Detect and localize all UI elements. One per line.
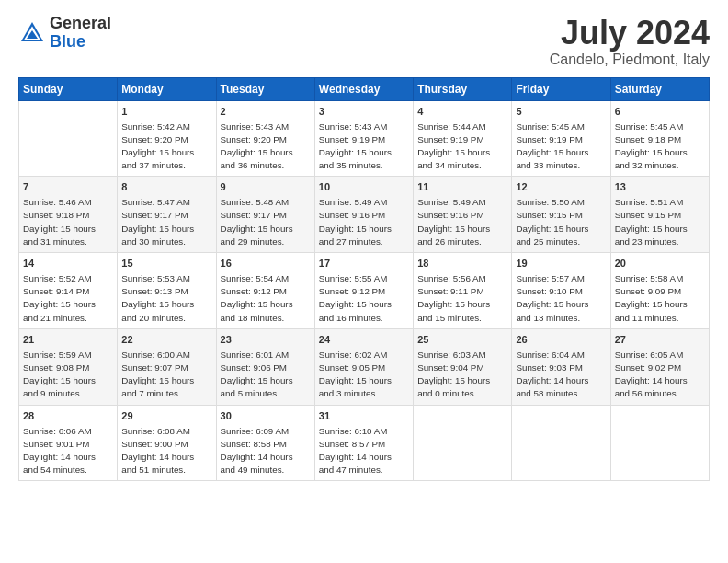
day-cell: 5Sunrise: 5:45 AM Sunset: 9:19 PM Daylig… [512,100,610,177]
day-number: 27 [615,333,705,348]
logo-text: General Blue [50,15,111,52]
day-info: Sunrise: 5:43 AM Sunset: 9:19 PM Dayligh… [319,121,409,173]
col-header-wednesday: Wednesday [314,77,413,100]
day-number: 13 [615,180,705,195]
logo-general-text: General [50,15,111,33]
day-cell: 18Sunrise: 5:56 AM Sunset: 9:11 PM Dayli… [414,253,512,329]
day-cell: 30Sunrise: 6:09 AM Sunset: 8:58 PM Dayli… [216,405,314,481]
week-row-3: 14Sunrise: 5:52 AM Sunset: 9:14 PM Dayli… [19,253,710,329]
day-info: Sunrise: 5:57 AM Sunset: 9:10 PM Dayligh… [516,272,606,325]
day-cell: 9Sunrise: 5:48 AM Sunset: 9:17 PM Daylig… [216,177,314,253]
day-info: Sunrise: 6:09 AM Sunset: 8:58 PM Dayligh… [221,425,311,477]
col-header-tuesday: Tuesday [216,77,314,100]
day-number: 29 [121,409,211,424]
day-cell: 6Sunrise: 5:45 AM Sunset: 9:18 PM Daylig… [610,100,709,177]
day-cell [19,100,118,177]
day-cell: 4Sunrise: 5:44 AM Sunset: 9:19 PM Daylig… [414,100,512,177]
day-cell: 25Sunrise: 6:03 AM Sunset: 9:04 PM Dayli… [414,328,512,405]
day-cell: 13Sunrise: 5:51 AM Sunset: 9:15 PM Dayli… [610,177,709,253]
day-number: 12 [516,180,606,195]
day-cell: 23Sunrise: 6:01 AM Sunset: 9:06 PM Dayli… [216,328,314,405]
day-cell: 14Sunrise: 5:52 AM Sunset: 9:14 PM Dayli… [19,253,118,329]
day-number: 26 [516,333,606,348]
day-number: 16 [221,257,311,271]
day-info: Sunrise: 5:44 AM Sunset: 9:19 PM Dayligh… [417,121,507,173]
day-cell: 15Sunrise: 5:53 AM Sunset: 9:13 PM Dayli… [118,253,216,329]
day-cell: 16Sunrise: 5:54 AM Sunset: 9:12 PM Dayli… [216,253,314,329]
day-number: 28 [23,409,113,424]
day-info: Sunrise: 6:01 AM Sunset: 9:06 PM Dayligh… [221,349,311,401]
day-info: Sunrise: 6:08 AM Sunset: 9:00 PM Dayligh… [121,425,211,477]
day-number: 5 [516,105,606,120]
day-info: Sunrise: 5:42 AM Sunset: 9:20 PM Dayligh… [121,121,211,173]
day-info: Sunrise: 5:45 AM Sunset: 9:19 PM Dayligh… [516,121,606,173]
day-cell: 2Sunrise: 5:43 AM Sunset: 9:20 PM Daylig… [216,100,314,177]
day-cell: 3Sunrise: 5:43 AM Sunset: 9:19 PM Daylig… [314,100,413,177]
day-number: 30 [221,409,311,424]
day-info: Sunrise: 6:04 AM Sunset: 9:03 PM Dayligh… [516,349,606,401]
day-cell: 11Sunrise: 5:49 AM Sunset: 9:16 PM Dayli… [414,177,512,253]
col-header-friday: Friday [512,77,610,100]
day-number: 8 [121,180,211,195]
col-header-saturday: Saturday [610,77,709,100]
day-cell: 27Sunrise: 6:05 AM Sunset: 9:02 PM Dayli… [610,328,709,405]
week-row-1: 1Sunrise: 5:42 AM Sunset: 9:20 PM Daylig… [19,100,710,177]
day-cell: 24Sunrise: 6:02 AM Sunset: 9:05 PM Dayli… [314,328,413,405]
day-info: Sunrise: 6:10 AM Sunset: 8:57 PM Dayligh… [319,425,409,477]
page: General Blue July 2024 Candelo, Piedmont… [0,0,728,563]
day-cell: 19Sunrise: 5:57 AM Sunset: 9:10 PM Dayli… [512,253,610,329]
day-number: 31 [319,409,409,424]
day-cell: 29Sunrise: 6:08 AM Sunset: 9:00 PM Dayli… [118,405,216,481]
week-row-4: 21Sunrise: 5:59 AM Sunset: 9:08 PM Dayli… [19,328,710,405]
day-info: Sunrise: 5:51 AM Sunset: 9:15 PM Dayligh… [615,196,705,248]
day-cell: 1Sunrise: 5:42 AM Sunset: 9:20 PM Daylig… [118,100,216,177]
day-cell: 21Sunrise: 5:59 AM Sunset: 9:08 PM Dayli… [19,328,118,405]
day-cell [414,405,512,481]
day-number: 25 [417,333,507,348]
col-header-monday: Monday [118,77,216,100]
day-info: Sunrise: 5:50 AM Sunset: 9:15 PM Dayligh… [516,196,606,248]
day-number: 9 [221,180,311,195]
day-number: 18 [417,257,507,271]
day-number: 17 [319,257,409,271]
day-cell: 28Sunrise: 6:06 AM Sunset: 9:01 PM Dayli… [19,405,118,481]
day-cell: 26Sunrise: 6:04 AM Sunset: 9:03 PM Dayli… [512,328,610,405]
day-number: 3 [319,105,409,120]
day-number: 2 [221,105,311,120]
col-header-sunday: Sunday [19,77,118,100]
day-info: Sunrise: 5:52 AM Sunset: 9:14 PM Dayligh… [23,272,113,325]
logo-icon [18,19,46,47]
header-row: SundayMondayTuesdayWednesdayThursdayFrid… [19,77,710,100]
day-info: Sunrise: 6:02 AM Sunset: 9:05 PM Dayligh… [319,349,409,401]
day-info: Sunrise: 6:05 AM Sunset: 9:02 PM Dayligh… [615,349,705,401]
header: General Blue July 2024 Candelo, Piedmont… [18,15,710,68]
day-number: 19 [516,257,606,271]
day-number: 21 [23,333,113,348]
day-cell: 12Sunrise: 5:50 AM Sunset: 9:15 PM Dayli… [512,177,610,253]
day-info: Sunrise: 5:49 AM Sunset: 9:16 PM Dayligh… [417,196,507,248]
day-info: Sunrise: 5:43 AM Sunset: 9:20 PM Dayligh… [221,121,311,173]
day-number: 11 [417,180,507,195]
day-info: Sunrise: 5:53 AM Sunset: 9:13 PM Dayligh… [121,272,211,325]
main-title: July 2024 [550,15,710,52]
day-number: 6 [615,105,705,120]
day-cell [610,405,709,481]
title-section: July 2024 Candelo, Piedmont, Italy [550,15,710,68]
day-info: Sunrise: 5:55 AM Sunset: 9:12 PM Dayligh… [319,272,409,325]
day-cell: 31Sunrise: 6:10 AM Sunset: 8:57 PM Dayli… [314,405,413,481]
day-info: Sunrise: 6:00 AM Sunset: 9:07 PM Dayligh… [121,349,211,401]
day-number: 14 [23,257,113,271]
day-number: 4 [417,105,507,120]
subtitle: Candelo, Piedmont, Italy [550,52,710,68]
day-number: 22 [121,333,211,348]
day-info: Sunrise: 6:06 AM Sunset: 9:01 PM Dayligh… [23,425,113,477]
day-cell: 8Sunrise: 5:47 AM Sunset: 9:17 PM Daylig… [118,177,216,253]
calendar-table: SundayMondayTuesdayWednesdayThursdayFrid… [18,77,710,482]
day-info: Sunrise: 5:46 AM Sunset: 9:18 PM Dayligh… [23,196,113,248]
day-info: Sunrise: 6:03 AM Sunset: 9:04 PM Dayligh… [417,349,507,401]
day-info: Sunrise: 5:54 AM Sunset: 9:12 PM Dayligh… [221,272,311,325]
day-info: Sunrise: 5:47 AM Sunset: 9:17 PM Dayligh… [121,196,211,248]
day-cell: 10Sunrise: 5:49 AM Sunset: 9:16 PM Dayli… [314,177,413,253]
day-info: Sunrise: 5:45 AM Sunset: 9:18 PM Dayligh… [615,121,705,173]
day-number: 23 [221,333,311,348]
